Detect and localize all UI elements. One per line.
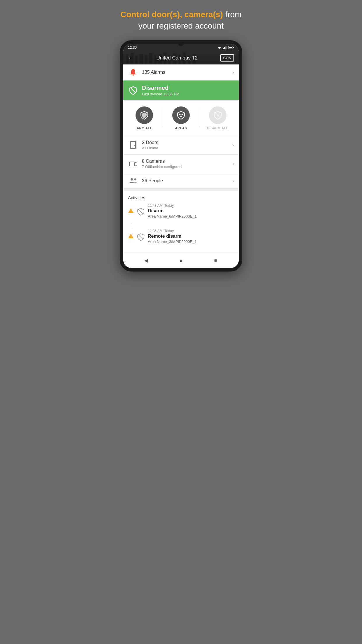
activity-shield-icon-2: [137, 233, 145, 242]
cameras-title: 8 Cameras: [142, 159, 232, 164]
people-title: 26 People: [142, 178, 232, 183]
signal-icon: [223, 46, 227, 49]
disarm-all-button[interactable]: DISARM ALL: [199, 106, 236, 130]
activity-2-time: 11:35 AM, Today: [148, 229, 234, 233]
disarmed-content: Disarmed Last synced 12:06 PM: [142, 85, 180, 96]
svg-line-11: [131, 88, 136, 93]
section-separator: [123, 189, 239, 191]
people-row[interactable]: 26 People ›: [123, 173, 239, 189]
cameras-subtitle: 7 Offline/Not configured: [142, 164, 232, 169]
activity-1-content: 11:43 AM, Today Disarm Area Name_6/MPIP2…: [148, 204, 234, 218]
nav-back-icon: ◀: [144, 257, 148, 264]
svg-point-21: [131, 178, 133, 181]
svg-rect-8: [233, 47, 234, 48]
header-title: United Campus T2: [157, 55, 198, 61]
activity-1-subtitle: Area Name_6/MPIP2000E_1: [148, 214, 234, 218]
disarmed-subtitle: Last synced 12:06 PM: [142, 92, 180, 96]
svg-rect-19: [129, 162, 135, 166]
door-icon: [128, 141, 138, 149]
activity-2-content: 11:35 AM, Today Remote disarm Area Name_…: [148, 229, 234, 244]
alarms-row[interactable]: 135 Alarms ›: [123, 64, 239, 80]
activity-shield-icon-1: [137, 208, 145, 217]
areas-circle: [172, 106, 190, 124]
activity-1-title: Disarm: [148, 208, 234, 214]
svg-line-28: [138, 235, 143, 239]
svg-line-15: [215, 113, 220, 118]
doors-title: 2 Doors: [142, 140, 232, 145]
activity-2-title: Remote disarm: [148, 234, 234, 239]
wifi-icon: [217, 46, 222, 49]
phone-screen: 12:30: [123, 44, 239, 268]
svg-point-14: [180, 116, 182, 117]
nav-recent-button[interactable]: ■: [212, 256, 220, 265]
activity-alert-icon-2: !: [128, 233, 134, 240]
svg-text:!: !: [131, 210, 131, 213]
nav-home-button[interactable]: ●: [177, 256, 185, 265]
svg-rect-2: [223, 48, 224, 49]
nav-home-icon: ●: [179, 257, 183, 264]
arm-all-button[interactable]: ARM ALL: [126, 106, 163, 130]
status-time: 12:30: [128, 46, 137, 50]
doors-content: 2 Doors All Online: [142, 140, 232, 150]
svg-point-9: [133, 74, 134, 76]
svg-point-22: [134, 178, 136, 181]
activity-item-2: ! 11:35 AM, Today Remote disarm Area Nam…: [128, 229, 234, 244]
app-header: ← United Campus T2 SOS: [123, 51, 239, 64]
doors-chevron: ›: [232, 142, 234, 148]
disarm-all-circle: [209, 106, 226, 124]
arm-all-label: ARM ALL: [137, 126, 152, 130]
activities-title: Activities: [128, 195, 234, 200]
arm-all-circle: [136, 106, 153, 124]
headline-highlight: Control door(s), camera(s): [120, 10, 223, 19]
svg-point-12: [179, 114, 181, 115]
svg-rect-5: [226, 46, 227, 49]
svg-point-13: [182, 114, 183, 115]
doors-subtitle: All Online: [142, 146, 232, 150]
nav-back-button[interactable]: ◀: [142, 256, 150, 265]
activity-1-time: 11:43 AM, Today: [148, 204, 234, 208]
disarmed-title: Disarmed: [142, 85, 180, 91]
people-chevron: ›: [232, 178, 234, 184]
timeline-connector: [131, 223, 234, 228]
bell-icon: [128, 69, 138, 76]
svg-rect-10: [132, 69, 134, 69]
camera-icon: [128, 161, 138, 167]
activity-item-1: ! 11:43 AM, Today Disarm Area Name_6/MPI…: [128, 204, 234, 218]
sos-button[interactable]: SOS: [220, 54, 234, 62]
nav-recent-icon: ■: [214, 258, 217, 263]
alarms-content: 135 Alarms: [142, 70, 232, 75]
phone-notch: [178, 40, 184, 46]
disarm-all-label: DISARM ALL: [207, 126, 228, 130]
people-icon: [128, 177, 138, 184]
alarms-label: 135 Alarms: [142, 70, 232, 75]
people-content: 26 People: [142, 178, 232, 183]
activity-alert-icon-1: !: [128, 208, 134, 215]
shield-disarmed-icon: [128, 86, 138, 95]
svg-rect-7: [229, 47, 232, 48]
disarmed-banner: Disarmed Last synced 12:06 PM: [123, 80, 239, 101]
alarms-chevron: ›: [232, 69, 234, 76]
svg-rect-3: [224, 47, 225, 49]
status-icons: [217, 46, 234, 49]
svg-marker-20: [135, 162, 137, 166]
nav-bar: ◀ ● ■: [123, 253, 239, 268]
action-row: ARM ALL AREAS: [123, 101, 239, 136]
svg-text:!: !: [131, 235, 131, 238]
areas-label: AREAS: [175, 126, 187, 130]
activities-section: Activities ! 11:43 AM, Today: [123, 191, 239, 253]
back-button[interactable]: ←: [128, 55, 134, 61]
cameras-row[interactable]: 8 Cameras 7 Offline/Not configured ›: [123, 155, 239, 173]
svg-rect-4: [225, 46, 226, 49]
svg-line-25: [138, 209, 143, 214]
page-headline: Control door(s), camera(s) fromyour regi…: [120, 9, 241, 32]
svg-marker-1: [219, 48, 220, 49]
svg-point-18: [134, 145, 135, 146]
battery-icon: [228, 46, 234, 49]
doors-row[interactable]: 2 Doors All Online ›: [123, 136, 239, 155]
activity-2-subtitle: Area Name_3/MPIP2000E_1: [148, 239, 234, 244]
phone-frame: 12:30: [120, 40, 242, 272]
areas-button[interactable]: AREAS: [163, 106, 199, 130]
cameras-content: 8 Cameras 7 Offline/Not configured: [142, 159, 232, 169]
cameras-chevron: ›: [232, 161, 234, 167]
